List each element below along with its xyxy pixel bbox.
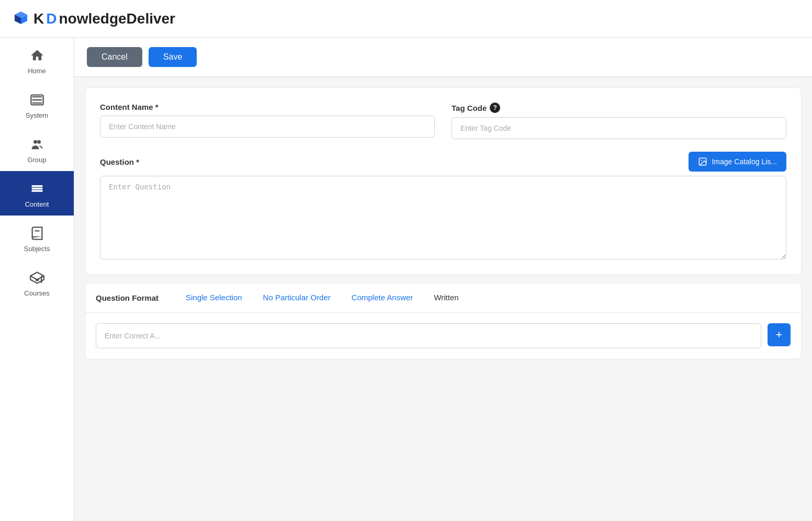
tag-code-input[interactable] (452, 117, 786, 139)
question-input[interactable] (100, 176, 786, 259)
content-name-label: Content Name * (100, 103, 435, 111)
format-tabs: Question Format Single Selection No Part… (85, 284, 801, 313)
sidebar-item-content[interactable]: Content (0, 171, 74, 216)
tab-single-selection[interactable]: Single Selection (175, 284, 253, 313)
question-format-label: Question Format (96, 284, 169, 312)
system-icon (29, 92, 46, 108)
svg-point-6 (32, 103, 33, 104)
logo-text-rest: nowledgeDeliver (59, 10, 175, 27)
format-card: Question Format Single Selection No Part… (85, 283, 802, 359)
layout: Home System Group Content (0, 38, 812, 521)
sidebar-item-system[interactable]: System (0, 82, 74, 127)
form-row-top: Content Name * Tag Code ? (100, 103, 786, 139)
correct-answer-input[interactable] (96, 323, 761, 348)
cancel-button[interactable]: Cancel (87, 47, 142, 67)
question-header: Question * Image Catalog Lis... (100, 152, 786, 172)
home-icon (29, 47, 46, 64)
svg-rect-12 (35, 230, 39, 231)
svg-point-5 (32, 99, 33, 100)
add-answer-button[interactable]: + (768, 323, 791, 346)
svg-point-7 (33, 140, 37, 144)
sidebar-item-subjects[interactable]: Subjects (0, 216, 74, 260)
svg-point-4 (32, 96, 33, 97)
logo-text-k: K (33, 10, 44, 27)
subjects-icon (29, 225, 46, 242)
courses-icon (29, 269, 46, 286)
svg-point-14 (40, 281, 42, 283)
sidebar-label-courses: Courses (24, 289, 49, 297)
sidebar-item-courses[interactable]: Courses (0, 260, 74, 304)
svg-point-16 (701, 160, 702, 161)
form-card: Content Name * Tag Code ? Question * (85, 87, 802, 275)
tag-code-label: Tag Code ? (452, 103, 786, 113)
svg-point-8 (37, 140, 41, 144)
logo-text-d: D (46, 10, 57, 27)
add-icon: + (776, 328, 783, 342)
logo-icon (13, 10, 29, 27)
image-icon (698, 157, 707, 166)
content-name-group: Content Name * (100, 103, 435, 139)
content-name-input[interactable] (100, 116, 435, 138)
tab-no-particular-order[interactable]: No Particular Order (253, 284, 341, 313)
sidebar-label-system: System (26, 111, 48, 119)
svg-rect-9 (31, 190, 42, 192)
save-button[interactable]: Save (149, 47, 197, 67)
content-icon (29, 180, 46, 197)
image-catalog-label: Image Catalog Lis... (712, 157, 777, 166)
question-label: Question * (100, 157, 139, 166)
sidebar-label-home: Home (28, 67, 46, 75)
toolbar: Cancel Save (74, 38, 812, 77)
sidebar-label-subjects: Subjects (24, 245, 50, 253)
tab-complete-answer[interactable]: Complete Answer (341, 284, 424, 313)
svg-rect-11 (31, 185, 42, 187)
header: KDnowledgeDeliver (0, 0, 812, 38)
main-content: Cancel Save Content Name * Tag Code ? (74, 38, 812, 521)
logo: KDnowledgeDeliver (13, 10, 175, 27)
format-content: + (85, 313, 801, 359)
group-icon (29, 136, 46, 153)
sidebar-item-group[interactable]: Group (0, 127, 74, 171)
sidebar-label-content: Content (25, 200, 49, 208)
sidebar: Home System Group Content (0, 38, 74, 521)
tag-code-group: Tag Code ? (452, 103, 786, 139)
tag-code-help-icon[interactable]: ? (490, 103, 500, 113)
tab-written[interactable]: Written (423, 284, 469, 313)
sidebar-label-group: Group (27, 156, 46, 164)
sidebar-item-home[interactable]: Home (0, 38, 74, 82)
image-catalog-button[interactable]: Image Catalog Lis... (689, 152, 786, 172)
svg-rect-10 (31, 188, 42, 190)
